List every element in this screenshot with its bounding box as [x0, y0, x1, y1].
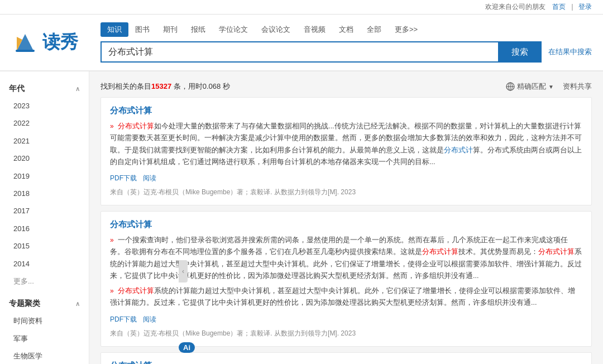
logo-icon	[11, 28, 39, 56]
sidebar: 年代 ∧ 2023 2022 2021 2020 2019 2018 2017 …	[0, 71, 89, 364]
logo-text: 读秀	[42, 30, 78, 55]
result-links-1: PDF下载 阅读	[110, 174, 582, 183]
sidebar-year-more[interactable]: 更多...	[0, 272, 89, 290]
sidebar-topic-biomedical[interactable]: 生物医学	[0, 347, 89, 364]
year-section-label: 年代	[9, 84, 25, 94]
tab-docs[interactable]: 文档	[332, 22, 360, 37]
results-header: 找到相关的条目15327 条，用时0.068 秒 精确匹配 ▼ 资料共享	[100, 77, 592, 97]
more-link[interactable]: 登录	[578, 3, 592, 11]
tab-all[interactable]: 全部	[360, 22, 388, 37]
ai-label: Ai	[179, 342, 195, 353]
result-title-2[interactable]: 分布式计算	[110, 219, 582, 230]
match-button[interactable]: 精确匹配 ▼	[506, 82, 554, 92]
result-title-1[interactable]: 分布式计算	[110, 106, 582, 116]
year-section[interactable]: 年代 ∧	[0, 80, 89, 97]
tab-books[interactable]: 图书	[128, 22, 156, 37]
sidebar-topic-time[interactable]: 时间资料	[0, 312, 89, 329]
result-source-2: 来自（英）迈克·布根贝（Mike Bugembe）著；袁毅译. 从数据力到领导力…	[110, 329, 582, 338]
snippet-arrow-2a: »	[110, 236, 114, 244]
result-links-2: PDF下载 阅读	[110, 315, 582, 324]
tab-conference[interactable]: 会议论文	[255, 22, 297, 37]
search-row: 搜索 在结果中搜索	[100, 41, 592, 63]
sidebar-year-2021[interactable]: 2021	[0, 132, 89, 150]
snippet-arrow-2b: »	[110, 287, 114, 295]
tab-newspapers[interactable]: 报纸	[184, 22, 212, 37]
search-input[interactable]	[100, 41, 498, 63]
result-card-1: 分布式计算 » 分布式计算如今处理大量的数据带来了与存储大量数据相同的挑战...…	[100, 97, 592, 205]
top-bar: 欢迎来自公司的朋友 首页 ｜ 登录	[0, 0, 603, 15]
result-card-3: 分布式计算 » 10.3分布式计算分布式计算依托大量的计算节点，首先把复杂的计算…	[100, 352, 592, 365]
sidebar-year-2020[interactable]: 2020	[0, 150, 89, 167]
read-link-2[interactable]: 阅读	[143, 315, 156, 323]
topic-chevron-icon: ∧	[75, 300, 80, 308]
home-link[interactable]: 首页	[552, 3, 566, 11]
welcome-text: 欢迎来自公司的朋友	[485, 3, 545, 11]
svg-rect-2	[16, 50, 35, 52]
sidebar-year-2022[interactable]: 2022	[0, 114, 89, 132]
topic-section[interactable]: 专题聚类 ∧	[0, 295, 89, 312]
result-card-2: 分布式计算 » 一个搜索查询时，他们登录谷歌浏览器并搜索所需的词条，显然使用的是…	[100, 211, 592, 347]
results-count: 找到相关的条目15327 条，用时0.068 秒	[100, 82, 230, 92]
read-link-1[interactable]: 阅读	[143, 174, 156, 182]
search-button[interactable]: 搜索	[498, 41, 542, 63]
content-area: ‹ 找到相关的条目15327 条，用时0.068 秒 精确匹配 ▼ 资料共享	[89, 71, 603, 364]
result-number: 15327	[151, 82, 171, 90]
tab-knowledge[interactable]: 知识	[100, 22, 128, 37]
topic-section-label: 专题聚类	[9, 299, 40, 309]
sidebar-year-2018[interactable]: 2018	[0, 185, 89, 202]
sidebar-year-2023[interactable]: 2023	[0, 97, 89, 114]
header: 读秀 知识 图书 期刊 报纸 学位论文 会议论文 音视频 文档 全部 更多>> …	[0, 15, 603, 71]
tab-more[interactable]: 更多>>	[388, 22, 424, 37]
sidebar-year-2019[interactable]: 2019	[0, 167, 89, 185]
pdf-download-link-1[interactable]: PDF下载	[110, 174, 137, 182]
main-layout: 年代 ∧ 2023 2022 2021 2020 2019 2018 2017 …	[0, 71, 603, 364]
tab-journals[interactable]: 期刊	[156, 22, 184, 37]
snippet-arrow: »	[110, 122, 114, 130]
sidebar-collapse-btn[interactable]: ‹	[179, 260, 188, 282]
sidebar-year-2017[interactable]: 2017	[0, 202, 89, 219]
sidebar-year-2015[interactable]: 2015	[0, 237, 89, 255]
tab-media[interactable]: 音视频	[297, 22, 332, 37]
sidebar-topic-military[interactable]: 军事	[0, 330, 89, 347]
logo-area: 读秀	[11, 15, 100, 70]
tab-thesis[interactable]: 学位论文	[212, 22, 255, 37]
year-chevron-icon: ∧	[75, 85, 80, 93]
sidebar-year-2016[interactable]: 2016	[0, 220, 89, 237]
match-label: 精确匹配	[517, 82, 546, 92]
share-button[interactable]: 资料共享	[563, 82, 592, 92]
nav-tabs: 知识 图书 期刊 报纸 学位论文 会议论文 音视频 文档 全部 更多>>	[100, 22, 592, 37]
search-column: 知识 图书 期刊 报纸 学位论文 会议论文 音视频 文档 全部 更多>> 搜索 …	[100, 15, 592, 70]
result-title-3[interactable]: 分布式计算	[110, 361, 582, 365]
sidebar-year-2014[interactable]: 2014	[0, 255, 89, 272]
result-source-1: 来自（英）迈克·布根贝（Mike Bugembe）著；袁毅译. 从数据力到领导力…	[110, 188, 582, 197]
results-right: 精确匹配 ▼ 资料共享	[506, 82, 592, 92]
match-dropdown-icon: ▼	[548, 84, 554, 90]
search-suffix[interactable]: 在结果中搜索	[548, 47, 592, 57]
snippet-1-1: » 分布式计算如今处理大量的数据带来了与存储大量数据相同的挑战...传统方法已经…	[110, 121, 582, 168]
globe-icon	[506, 82, 515, 91]
pdf-download-link-2[interactable]: PDF下载	[110, 315, 137, 323]
